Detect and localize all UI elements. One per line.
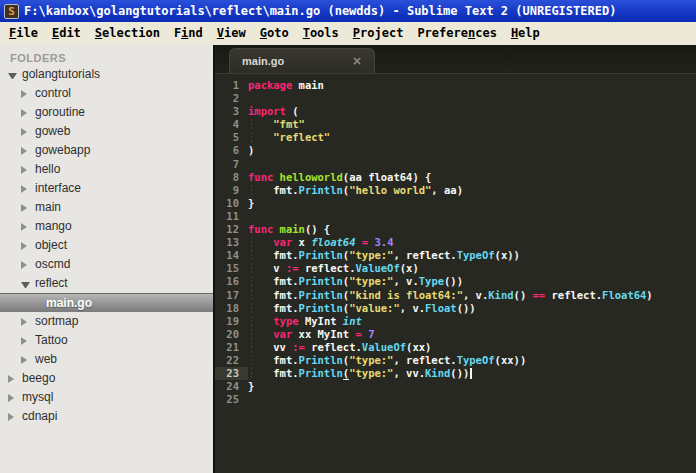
folder-mysql[interactable]: mysql [0,388,213,407]
code-line[interactable]: 12func main() { [215,223,696,236]
code-line[interactable]: 3import ( [215,105,696,118]
code-text: fmt.Println("value:", v.Float()) [248,302,476,315]
menu-item-preferences[interactable]: Preferences [410,22,504,45]
folder-hello[interactable]: hello [0,160,213,179]
triangle-right-icon[interactable] [21,185,30,193]
line-number: 21 [215,341,248,354]
menu-item-goto[interactable]: Goto [253,22,296,45]
code-line[interactable]: 10} [215,197,696,210]
folder-oscmd[interactable]: oscmd [0,255,213,274]
line-number: 11 [215,210,248,223]
triangle-down-icon[interactable] [21,282,30,288]
menu-item-file[interactable]: File [2,22,45,45]
line-number: 18 [215,302,248,315]
code-text: "fmt" [248,118,305,131]
code-editor[interactable]: 1package main23import (4 "fmt"5 "reflect… [215,74,696,473]
folder-cdnapi[interactable]: cdnapi [0,407,213,426]
code-line[interactable]: 22 fmt.Println("type:", reflect.TypeOf(x… [215,354,696,367]
folder-tattoo[interactable]: Tattoo [0,331,213,350]
code-line[interactable]: 11 [215,210,696,223]
editor-pane: main.go × 1package main23import (4 "fmt"… [215,45,696,473]
triangle-right-icon[interactable] [21,166,30,174]
code-line[interactable]: 25 [215,393,696,406]
folder-reflect[interactable]: reflect [0,274,213,293]
line-number: 5 [215,131,248,144]
item-label: goweb [35,122,70,141]
triangle-right-icon[interactable] [21,109,30,117]
triangle-right-icon[interactable] [8,413,17,421]
triangle-right-icon[interactable] [21,261,30,269]
folder-interface[interactable]: interface [0,179,213,198]
code-line[interactable]: 14 fmt.Println("type:", reflect.TypeOf(x… [215,249,696,262]
menu-item-edit[interactable]: Edit [45,22,88,45]
code-line[interactable]: 21 vv := reflect.ValueOf(xx) [215,341,696,354]
code-line[interactable]: 4 "fmt" [215,118,696,131]
item-label: goroutine [35,103,85,122]
code-line[interactable]: 18 fmt.Println("value:", v.Float()) [215,302,696,315]
folder-beego[interactable]: beego [0,369,213,388]
folder-gowebapp[interactable]: gowebapp [0,141,213,160]
code-line[interactable]: 13 var x float64 = 3.4 [215,236,696,249]
file-main.go[interactable]: main.go [0,293,213,312]
triangle-right-icon[interactable] [21,90,30,98]
folder-sortmap[interactable]: sortmap [0,312,213,331]
code-line[interactable]: 6) [215,144,696,157]
code-line[interactable]: 16 fmt.Println("type:", v.Type()) [215,275,696,288]
code-line[interactable]: 20 var xx MyInt = 7 [215,328,696,341]
triangle-right-icon[interactable] [21,204,30,212]
triangle-right-icon[interactable] [21,147,30,155]
code-line[interactable]: 8func helloworld(aa float64) { [215,171,696,184]
triangle-right-icon[interactable] [21,337,30,345]
code-line[interactable]: 15 v := reflect.ValueOf(x) [215,262,696,275]
folder-main[interactable]: main [0,198,213,217]
code-line[interactable]: 23 fmt.Println("type:", vv.Kind()) [215,367,696,380]
folder-object[interactable]: object [0,236,213,255]
code-line[interactable]: 5 "reflect" [215,131,696,144]
line-number: 15 [215,262,248,275]
folder-goroutine[interactable]: goroutine [0,103,213,122]
code-line[interactable]: 19 type MyInt int [215,315,696,328]
item-label: beego [22,369,55,388]
code-text: type MyInt int [248,315,362,328]
item-label: sortmap [35,312,78,331]
folder-goweb[interactable]: goweb [0,122,213,141]
folder-golangtutorials[interactable]: golangtutorials [0,65,213,84]
item-label: golangtutorials [22,65,100,84]
code-line[interactable]: 2 [215,92,696,105]
triangle-right-icon[interactable] [21,242,30,250]
menu-item-view[interactable]: View [210,22,253,45]
code-text: import ( [248,105,299,118]
folder-mango[interactable]: mango [0,217,213,236]
code-line[interactable]: 24} [215,380,696,393]
menu-item-selection[interactable]: Selection [88,22,167,45]
code-line[interactable]: 1package main [215,79,696,92]
code-text: v := reflect.ValueOf(x) [248,262,419,275]
triangle-right-icon[interactable] [21,318,30,326]
triangle-down-icon[interactable] [8,73,17,79]
window-title: F:\kanbox\golangtutorials\reflect\main.g… [24,0,616,22]
folder-web[interactable]: web [0,350,213,369]
menu-item-tools[interactable]: Tools [296,22,346,45]
tab-main-go[interactable]: main.go × [229,48,375,73]
tab-bar: main.go × [215,45,696,74]
triangle-right-icon[interactable] [21,356,30,364]
code-line[interactable]: 9 fmt.Println("hello world", aa) [215,184,696,197]
menu-item-project[interactable]: Project [346,22,411,45]
triangle-right-icon[interactable] [21,128,30,136]
folder-control[interactable]: control [0,84,213,103]
code-text: } [248,380,254,393]
line-number: 7 [215,158,248,171]
code-line[interactable]: 7 [215,158,696,171]
menu-item-help[interactable]: Help [504,22,547,45]
code-text: } [248,197,254,210]
title-bar[interactable]: S F:\kanbox\golangtutorials\reflect\main… [0,0,696,22]
triangle-right-icon[interactable] [8,375,17,383]
triangle-right-icon[interactable] [21,223,30,231]
item-label: main [35,198,61,217]
triangle-right-icon[interactable] [8,394,17,402]
line-number: 25 [215,393,248,406]
main-area: FOLDERS golangtutorialscontrolgoroutineg… [0,45,696,473]
menu-item-find[interactable]: Find [167,22,210,45]
tab-close-icon[interactable]: × [352,49,362,73]
code-line[interactable]: 17 fmt.Println("kind is float64:", v.Kin… [215,289,696,302]
